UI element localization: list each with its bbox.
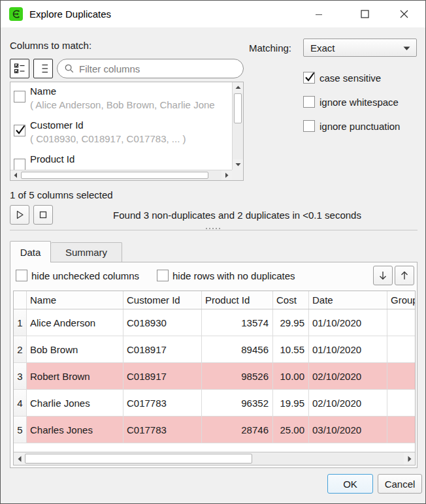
table-row-duplicate[interactable]: 3Robert BrownC0189179852610.0002/10/2020 xyxy=(14,363,415,390)
tab-summary[interactable]: Summary xyxy=(51,242,122,262)
data-tab-pane: hide unchecked columns hide rows with no… xyxy=(10,262,418,468)
table-cell[interactable]: C018917 xyxy=(123,363,202,389)
row-number: 2 xyxy=(14,336,27,362)
table-row-duplicate[interactable]: 5Charles JonesC0177832874625.0003/10/202… xyxy=(14,417,415,443)
table-cell[interactable]: Bob Brown xyxy=(27,336,123,362)
table-cell[interactable]: Robert Brown xyxy=(27,363,123,389)
column-header[interactable]: Date xyxy=(309,291,387,309)
explore-duplicates-dialog: Explore Duplicates Columns to match: xyxy=(0,0,426,504)
table-cell[interactable]: 02/10/2020 xyxy=(309,363,387,389)
close-button[interactable] xyxy=(389,1,419,27)
table-cell[interactable]: Charles Jones xyxy=(27,417,123,443)
scroll-down-icon[interactable] xyxy=(233,159,243,170)
uncheck-all-columns-button[interactable] xyxy=(33,59,53,78)
cancel-button[interactable]: Cancel xyxy=(378,474,422,494)
table-cell[interactable]: 10.00 xyxy=(273,363,309,389)
row-number: 4 xyxy=(14,390,27,416)
table-cell[interactable]: 03/10/2020 xyxy=(309,417,387,443)
column-item[interactable]: Customer Id( C018930, C018917, C017783, … xyxy=(10,116,232,150)
table-cell[interactable]: 02/10/2020 xyxy=(309,390,387,416)
move-down-button[interactable] xyxy=(373,266,393,285)
scroll-right-icon[interactable] xyxy=(404,452,415,465)
table-cell[interactable]: 01/10/2020 xyxy=(309,336,387,362)
table-cell[interactable] xyxy=(387,336,416,362)
table-cell[interactable]: 29.95 xyxy=(273,309,309,336)
table-cell[interactable]: Alice Anderson xyxy=(27,309,123,336)
scroll-right-icon[interactable] xyxy=(221,170,232,180)
column-checkbox[interactable] xyxy=(14,159,25,170)
maximize-button[interactable] xyxy=(350,1,380,27)
table-cell[interactable] xyxy=(387,309,416,336)
table-cell[interactable]: Charlie Jones xyxy=(27,390,123,416)
row-number-header xyxy=(14,291,27,309)
checkbox-box xyxy=(303,120,315,132)
ignore-whitespace-checkbox[interactable]: ignore whitespace xyxy=(303,96,399,108)
scroll-up-icon[interactable] xyxy=(233,82,243,93)
table-cell[interactable]: 19.95 xyxy=(273,390,309,416)
column-header[interactable]: Product Id xyxy=(202,291,273,309)
column-item[interactable]: Product Id xyxy=(10,150,232,170)
table-cell[interactable]: 98526 xyxy=(202,363,273,389)
hide-unchecked-columns-checkbox[interactable]: hide unchecked columns xyxy=(16,270,139,281)
table-cell[interactable]: 01/10/2020 xyxy=(309,309,387,336)
table-cell[interactable]: 89456 xyxy=(202,336,273,362)
hide-rows-no-duplicates-checkbox[interactable]: hide rows with no duplicates xyxy=(157,270,295,281)
table-cell[interactable]: C017783 xyxy=(123,417,202,443)
column-item[interactable]: Name( Alice Anderson, Bob Brown, Charlie… xyxy=(10,82,232,116)
scroll-left-icon[interactable] xyxy=(14,452,25,465)
ok-button[interactable]: OK xyxy=(327,474,373,494)
table-cell[interactable] xyxy=(387,417,416,443)
column-name: Product Id xyxy=(30,153,229,166)
table-cell[interactable] xyxy=(387,363,416,389)
table-cell[interactable]: 96352 xyxy=(202,390,273,416)
stop-icon xyxy=(37,209,49,221)
column-header[interactable]: Cost xyxy=(273,291,309,309)
tab-data[interactable]: Data xyxy=(10,241,51,262)
table-row[interactable]: 2Bob BrownC0189178945610.5501/10/2020 xyxy=(14,336,415,363)
table-cell[interactable] xyxy=(387,390,416,416)
table-horizontal-scrollbar[interactable] xyxy=(14,452,415,465)
column-checkbox[interactable] xyxy=(14,125,25,136)
matching-selected-value: Exact xyxy=(310,42,335,54)
columns-list-vertical-scrollbar[interactable] xyxy=(232,82,243,170)
table-cell[interactable]: C018930 xyxy=(123,309,202,336)
minimize-button[interactable] xyxy=(304,1,334,27)
results-table: NameCustomer IdProduct IdCostDateGroup 1… xyxy=(13,291,416,465)
matching-label: Matching: xyxy=(249,42,291,54)
stop-button[interactable] xyxy=(33,205,53,225)
run-button[interactable] xyxy=(10,205,29,225)
column-header[interactable]: Customer Id xyxy=(123,291,202,309)
table-cell[interactable]: C018917 xyxy=(123,336,202,362)
horizontal-scroll-thumb[interactable] xyxy=(21,172,208,179)
filter-columns-field xyxy=(57,59,244,78)
splitter-handle[interactable] xyxy=(206,228,220,229)
columns-list: Name( Alice Anderson, Bob Brown, Charlie… xyxy=(10,82,244,181)
check-all-columns-button[interactable] xyxy=(10,59,29,78)
vertical-scroll-thumb[interactable] xyxy=(234,93,242,123)
table-cell[interactable]: 13574 xyxy=(202,309,273,336)
ignore-punctuation-checkbox[interactable]: ignore punctuation xyxy=(303,120,400,132)
column-header[interactable]: Group xyxy=(387,291,416,309)
app-logo-icon xyxy=(9,7,23,21)
column-header[interactable]: Name xyxy=(27,291,123,309)
columns-to-match-label: Columns to match: xyxy=(10,40,91,51)
filter-columns-input[interactable] xyxy=(57,59,244,78)
checkbox-label: ignore whitespace xyxy=(320,97,399,108)
checkbox-box xyxy=(16,270,27,281)
table-cell[interactable]: 10.55 xyxy=(273,336,309,362)
uncheck-all-icon xyxy=(37,63,49,74)
matching-dropdown[interactable]: Exact xyxy=(303,39,417,57)
scroll-left-icon[interactable] xyxy=(10,170,21,180)
columns-list-horizontal-scrollbar[interactable] xyxy=(10,170,232,180)
splitter[interactable] xyxy=(10,230,418,230)
table-row[interactable]: 1Alice AndersonC0189301357429.9501/10/20… xyxy=(14,309,415,336)
table-cell[interactable]: C017783 xyxy=(123,390,202,416)
horizontal-scroll-thumb[interactable] xyxy=(25,454,252,464)
table-cell[interactable]: 28746 xyxy=(202,417,273,443)
table-cell[interactable]: 25.00 xyxy=(273,417,309,443)
arrow-up-icon xyxy=(399,270,410,281)
case-sensitive-checkbox[interactable]: case sensitive xyxy=(303,72,381,84)
move-up-button[interactable] xyxy=(395,266,414,285)
table-row[interactable]: 4Charlie JonesC0177839635219.9502/10/202… xyxy=(14,390,415,417)
column-checkbox[interactable] xyxy=(14,91,25,102)
